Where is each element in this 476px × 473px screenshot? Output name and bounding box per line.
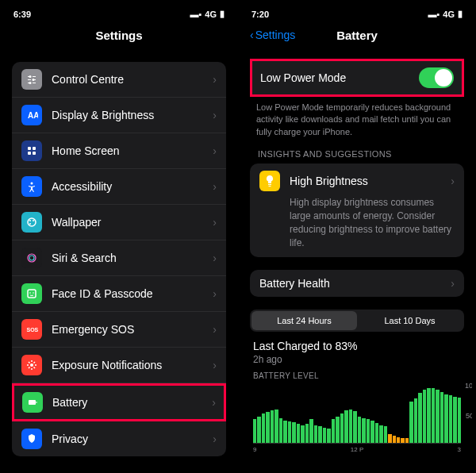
- chart-bar: [367, 419, 370, 443]
- chart-bar: [375, 423, 378, 444]
- svg-rect-21: [36, 402, 37, 403]
- chart-bar: [327, 429, 330, 443]
- chevron-left-icon: ‹: [250, 29, 254, 41]
- settings-item-control[interactable]: Control Centre›: [12, 62, 226, 98]
- chart-bar: [418, 393, 421, 444]
- chart-bar: [309, 419, 313, 443]
- settings-item-privacy[interactable]: Privacy›: [12, 421, 226, 456]
- chart-bar: [440, 392, 443, 444]
- battery-chart: BATTERY LEVEL 100% 50% 912 P3: [242, 365, 472, 453]
- chart-bar: [427, 388, 430, 443]
- home-icon: [21, 140, 42, 161]
- insight-row[interactable]: High Brightness ›: [250, 163, 464, 193]
- chart-bar: [283, 421, 286, 444]
- y-axis-100: 100%: [465, 382, 472, 390]
- status-indicators: ▬▪ 4G ▮: [428, 9, 463, 19]
- svg-point-0: [29, 75, 32, 78]
- chart-bar: [323, 428, 326, 444]
- battery-icon: ▮: [220, 9, 225, 19]
- chart-bar: [301, 425, 304, 444]
- battery-health[interactable]: Battery Health ›: [250, 270, 464, 297]
- chart-bar: [436, 390, 439, 444]
- item-label: Exposure Notifications: [52, 359, 213, 371]
- chart-bar: [409, 402, 413, 444]
- chevron-right-icon: ›: [213, 433, 217, 445]
- chart-bar: [379, 425, 382, 444]
- chart-bar: [393, 436, 396, 443]
- battery-health-row[interactable]: Battery Health ›: [250, 270, 464, 297]
- chart-bar: [423, 390, 426, 444]
- svg-point-19: [30, 363, 33, 367]
- item-label: Accessibility: [52, 180, 213, 193]
- svg-point-11: [33, 220, 34, 221]
- svg-point-17: [33, 292, 34, 294]
- face-icon: [21, 283, 42, 304]
- signal-icon: ▬▪: [190, 10, 202, 19]
- bh-label: Battery Health: [259, 277, 451, 290]
- chevron-right-icon: ›: [213, 359, 217, 371]
- time-range-tabs[interactable]: Last 24 Hours Last 10 Days: [250, 310, 464, 332]
- settings-item-wall[interactable]: Wallpaper›: [12, 205, 226, 240]
- status-time: 6:39: [13, 10, 31, 19]
- item-label: Battery: [52, 396, 212, 409]
- chart-bar: [444, 394, 447, 444]
- chart-bar: [453, 397, 456, 444]
- settings-item-exposure[interactable]: Exposure Notifications›: [12, 348, 226, 383]
- display-icon: AA: [21, 105, 42, 125]
- chart-bar: [297, 424, 300, 444]
- lpm-toggle[interactable]: [419, 67, 454, 88]
- x-axis-labels: 912 P3: [253, 446, 461, 453]
- settings-item-access[interactable]: Accessibility›: [12, 169, 226, 205]
- chevron-right-icon: ›: [451, 175, 455, 187]
- settings-item-home[interactable]: Home Screen›: [12, 133, 226, 169]
- svg-point-1: [33, 79, 35, 81]
- chart-bar: [353, 411, 356, 444]
- item-label: Emergency SOS: [52, 323, 213, 336]
- svg-text:AA: AA: [28, 111, 38, 120]
- nav-bar: Settings: [4, 24, 234, 49]
- chevron-right-icon: ›: [212, 396, 216, 409]
- svg-rect-4: [28, 147, 31, 150]
- settings-item-display[interactable]: AADisplay & Brightness›: [12, 98, 226, 133]
- chart-bar: [318, 426, 321, 443]
- tab-10d[interactable]: Last 10 Days: [357, 311, 463, 330]
- chart-title: BATTERY LEVEL: [253, 371, 461, 380]
- nav-bar: ‹ Settings Battery: [242, 24, 472, 49]
- item-label: Control Centre: [52, 73, 213, 86]
- low-power-mode-row[interactable]: Low Power Mode: [252, 61, 462, 94]
- svg-rect-15: [28, 290, 36, 298]
- svg-text:SOS: SOS: [27, 327, 39, 333]
- chevron-right-icon: ›: [451, 277, 455, 290]
- settings-item-siri[interactable]: Siri & Search›: [12, 240, 226, 276]
- battery-content[interactable]: Low Power Mode Low Power Mode temporaril…: [242, 49, 472, 469]
- svg-point-16: [29, 292, 31, 294]
- chevron-right-icon: ›: [213, 144, 217, 157]
- chart-bar: [266, 412, 269, 443]
- item-label: Privacy: [52, 433, 213, 445]
- settings-item-battery[interactable]: Battery›: [14, 386, 224, 419]
- settings-item-sos[interactable]: SOSEmergency SOS›: [12, 312, 226, 348]
- page-title: Settings: [95, 29, 142, 42]
- back-label: Settings: [255, 29, 296, 41]
- settings-item-face[interactable]: Face ID & Passcode›: [12, 276, 226, 312]
- chart-bar: [314, 425, 317, 444]
- back-button[interactable]: ‹ Settings: [250, 29, 295, 41]
- charge-info: Last Charged to 83% 2h ago: [242, 332, 472, 365]
- chart-bar: [362, 418, 365, 444]
- svg-rect-20: [29, 400, 36, 405]
- settings-list[interactable]: Control Centre›AADisplay & Brightness›Ho…: [4, 49, 234, 469]
- item-label: Face ID & Passcode: [52, 287, 213, 300]
- insight-card[interactable]: High Brightness › High display brightnes…: [250, 163, 464, 257]
- chart-bar: [388, 434, 391, 443]
- svg-rect-6: [28, 152, 31, 155]
- lpm-label: Low Power Mode: [260, 71, 419, 84]
- item-label: Wallpaper: [52, 216, 213, 229]
- sos-icon: SOS: [21, 319, 42, 340]
- settings-screen: 6:39 ▬▪ 4G ▮ Settings Control Centre›AAD…: [4, 4, 234, 469]
- status-bar: 6:39 ▬▪ 4G ▮: [4, 4, 234, 24]
- svg-point-9: [28, 218, 36, 226]
- chart-bar: [262, 413, 265, 444]
- chart-bars: 100% 50%: [253, 383, 461, 444]
- tab-24h[interactable]: Last 24 Hours: [251, 311, 357, 330]
- x-tick: 3: [458, 446, 461, 453]
